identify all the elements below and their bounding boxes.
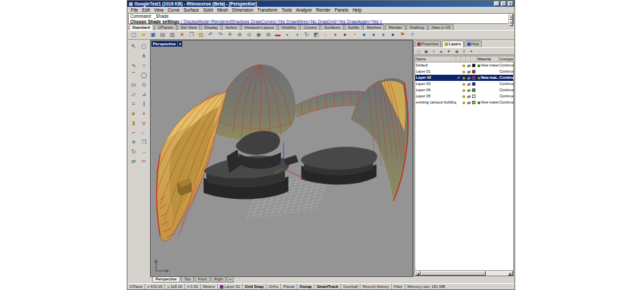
layer-row[interactable]: existing campus buildings ✓ New materi..… [415, 99, 513, 106]
mirror-icon[interactable]: ⇄ [129, 156, 139, 166]
loft-icon[interactable]: ≡ [129, 99, 139, 108]
layer-linetype[interactable]: Continuous [499, 69, 514, 75]
select-icon[interactable]: ↖ [129, 41, 139, 51]
help-icon[interactable]: ? [408, 31, 417, 39]
render-preview-icon[interactable]: ● [369, 31, 378, 39]
column-material[interactable]: Material [477, 56, 499, 62]
new-viewport-tab-button[interactable]: + [227, 277, 233, 282]
redo-icon[interactable]: ↷ [216, 31, 225, 39]
print-preview-icon[interactable]: ▥ [168, 31, 177, 39]
command-prompt-line[interactable]: Choose Shade settings ( DisplayMode=Rend… [129, 19, 513, 25]
scroll-up-icon[interactable]: ▲ [509, 14, 513, 20]
save-icon[interactable]: ▣ [149, 31, 158, 39]
chamfer-icon[interactable]: ∟ [139, 128, 149, 137]
layer-row[interactable]: Layer 01 ✓ Continuous [415, 69, 513, 75]
toolbar-tab[interactable]: CPlanes [154, 24, 177, 30]
layer-linetype[interactable]: Continuous [499, 99, 514, 106]
status-toggle[interactable]: Ortho [267, 284, 282, 289]
current-layer-pane[interactable]: Layer 02 [218, 284, 243, 289]
render-icon[interactable]: ● [360, 31, 369, 39]
trim-icon[interactable]: ✂ [139, 156, 149, 166]
scroll-track[interactable] [421, 271, 508, 276]
layer-linetype[interactable]: Continuous [499, 75, 514, 81]
layer-material-cell[interactable] [477, 71, 499, 73]
layer-color-swatch[interactable] [471, 64, 477, 67]
column-lock[interactable] [466, 56, 471, 62]
show-objects-icon[interactable]: • [283, 31, 292, 39]
layer-lock-icon[interactable] [466, 95, 471, 98]
viewport-layout-icon[interactable]: ⊞ [264, 31, 273, 39]
layer-name[interactable]: Layer 03 [415, 81, 456, 87]
toolbar-tab[interactable]: Select [222, 24, 240, 30]
move-icon[interactable]: ✛ [129, 137, 139, 147]
extrude-icon[interactable]: ↥ [139, 99, 149, 108]
layer-lock-icon[interactable] [466, 64, 471, 67]
layer-material-cell[interactable]: New materi... [477, 99, 499, 106]
box-icon[interactable]: ■ [129, 108, 139, 118]
polygon-icon[interactable]: ◇ [139, 80, 149, 89]
layer-name[interactable]: Layer 05 [415, 93, 456, 99]
layer-name[interactable]: Layer 04 [415, 87, 456, 93]
layer-material-cell[interactable]: New mat... [477, 75, 499, 81]
menu-item[interactable]: Surface [182, 8, 201, 12]
fillet-icon[interactable]: ⌐ [129, 128, 139, 137]
ellipse-icon[interactable]: ◯ [139, 70, 149, 80]
layer-lock-icon[interactable] [466, 70, 471, 73]
surface-from-curves-icon[interactable]: ⊿ [139, 89, 149, 99]
delete-layer-icon[interactable]: ✕ [430, 48, 437, 54]
layer-material-cell[interactable] [477, 89, 499, 92]
hide-objects-icon[interactable]: ▬ [273, 31, 282, 39]
set-view-icon[interactable]: ◩ [312, 31, 321, 39]
zoom-window-icon[interactable]: ⊕ [235, 31, 244, 39]
toolbar-tab[interactable]: Drafting [406, 24, 428, 30]
layer-lock-icon[interactable] [466, 82, 471, 86]
toolbar-tab[interactable]: Surfaces [321, 24, 344, 30]
toolbar-tab[interactable]: Solids [345, 24, 362, 30]
cplane-pane[interactable]: CPlane [127, 284, 145, 289]
menu-item[interactable]: Render [314, 8, 332, 12]
layer-on-icon[interactable] [461, 83, 466, 86]
pan-icon[interactable]: ✛ [225, 31, 234, 39]
menu-item[interactable]: Panels [333, 8, 351, 12]
copy-icon[interactable]: ❐ [187, 31, 196, 39]
filter-icon[interactable]: ▽ [460, 48, 467, 54]
panel-tab[interactable]: Help [465, 40, 482, 47]
zoom-dynamic-icon[interactable]: ⊙ [245, 31, 253, 39]
layer-material-cell[interactable]: New materi... [477, 62, 499, 69]
status-toggle[interactable]: Grid Snap [243, 284, 267, 289]
collapse-icon[interactable]: ◀ [453, 48, 460, 54]
scale-icon[interactable]: ↔ [139, 147, 149, 156]
viewport-title[interactable]: Perspective ▾ [151, 41, 182, 47]
column-name[interactable]: Name [415, 56, 456, 62]
rotate-icon[interactable]: ↻ [129, 147, 139, 156]
layer-row[interactable]: Layer 05 ✓ Continuous [415, 93, 513, 99]
flag-icon[interactable]: ⚑ [398, 31, 407, 39]
viewport-tab[interactable]: Right [211, 277, 227, 282]
material-icon[interactable]: ● [340, 31, 349, 39]
layer-on-icon[interactable] [461, 71, 466, 73]
menu-item[interactable]: Help [350, 8, 363, 12]
menu-item[interactable]: Tools [280, 8, 294, 12]
command-scrollbar[interactable]: ▲ ▼ [508, 14, 513, 23]
rectangle-icon[interactable]: ▭ [129, 80, 139, 89]
shade-icon[interactable]: ◑ [293, 31, 301, 39]
new-file-icon[interactable]: ▢ [129, 31, 138, 39]
layer-lock-icon[interactable] [466, 101, 471, 104]
status-toggle[interactable]: Gumball [341, 284, 361, 289]
menu-item[interactable]: File [129, 8, 140, 12]
layer-linetype[interactable]: Continuous [499, 62, 514, 69]
color-wheel-icon[interactable]: ◔ [350, 31, 359, 39]
menu-item[interactable]: Analyze [294, 8, 314, 12]
toolbar-tab[interactable]: Render [385, 24, 406, 30]
zoom-extents-icon[interactable]: ◉ [254, 31, 263, 39]
move-up-icon[interactable]: ▲ [438, 48, 445, 54]
print-icon[interactable]: ▤ [158, 31, 167, 39]
layer-color-swatch[interactable] [471, 70, 477, 73]
delete-icon[interactable]: ✕ [177, 31, 186, 39]
toolbar-tab[interactable]: Set View [177, 24, 201, 30]
curve-icon[interactable]: ∿ [129, 60, 139, 70]
new-layer-icon[interactable]: ▢ [415, 48, 422, 54]
menu-item[interactable]: View [152, 8, 166, 12]
layer-material-cell[interactable] [477, 83, 499, 86]
maximize-button[interactable]: □ [501, 1, 506, 6]
